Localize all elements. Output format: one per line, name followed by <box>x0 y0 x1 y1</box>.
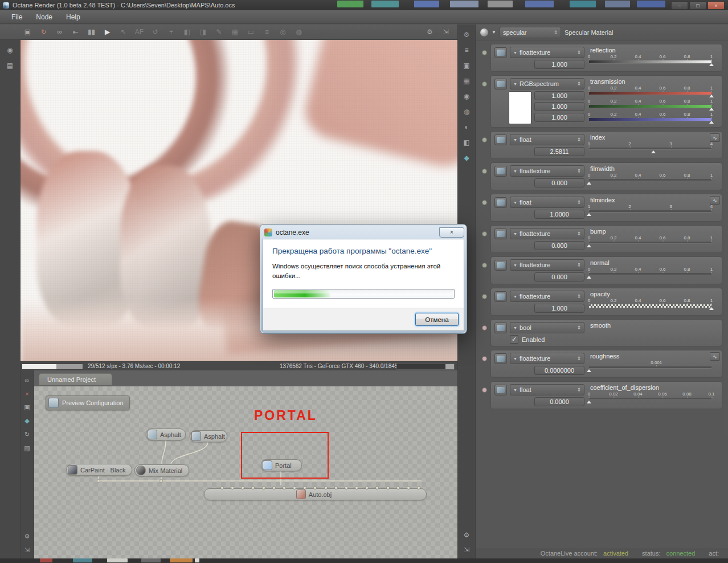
slider-index[interactable]: 1234 <box>589 141 711 154</box>
kernel-icon[interactable]: ◧ <box>461 137 473 148</box>
value-field[interactable]: 1.000 <box>534 91 584 100</box>
node-input-pin[interactable] <box>231 486 234 489</box>
floattexture-icon[interactable] <box>494 47 507 58</box>
floattexture-icon[interactable] <box>494 291 507 302</box>
node-graph-canvas[interactable]: Preview Configuration AsphaltAsphaltCarP… <box>34 386 457 558</box>
spinner-icon[interactable]: ⇕ <box>576 199 581 205</box>
value-field[interactable]: 1.000 <box>534 102 584 111</box>
node-input-pin[interactable] <box>407 486 410 489</box>
sample-icon[interactable]: ◍ <box>293 27 305 38</box>
graph-node-carpaint-black[interactable]: CarPaint - Black <box>66 464 132 476</box>
node-input-pin[interactable] <box>386 486 390 489</box>
type-dropdown-filmwidth[interactable]: ▼floattexture⇕ <box>510 165 584 177</box>
slider-handle[interactable] <box>709 307 714 310</box>
slider-reflection[interactable]: 00.20.40.60.81 <box>589 54 711 67</box>
preview-configuration-button[interactable]: Preview Configuration <box>46 395 130 410</box>
node-input-pin[interactable] <box>375 486 379 489</box>
node-input-pin[interactable] <box>324 486 328 489</box>
paint-left-icon[interactable]: ◧ <box>181 27 193 38</box>
type-dropdown-filmindex[interactable]: ▼float⇕ <box>510 197 584 208</box>
checker-icon[interactable]: ▦ <box>229 27 241 38</box>
value-field[interactable]: 0.0000000 <box>534 366 584 375</box>
af-icon[interactable]: AF <box>133 27 145 38</box>
slider-bump[interactable]: 00.20.40.60.81 <box>589 235 711 248</box>
value-field[interactable]: 0.000 <box>534 272 584 282</box>
value-field[interactable]: 0.0000 <box>534 397 584 406</box>
node-input-pin[interactable] <box>272 486 276 489</box>
wrench-icon[interactable]: ⚙ <box>424 27 436 38</box>
slider-filmwidth[interactable]: 00.20.40.60.81 <box>589 173 711 186</box>
spinner-icon[interactable]: ⇕ <box>576 50 581 55</box>
focus-icon[interactable]: ◎ <box>277 27 289 38</box>
paint-right-icon[interactable]: ◨ <box>197 27 209 38</box>
slider-transmission[interactable]: 00.20.40.60.81 <box>589 99 711 112</box>
save-render-icon[interactable]: ▣ <box>461 60 473 71</box>
spinner-icon[interactable]: ⇕ <box>576 262 581 268</box>
wrench-icon[interactable]: ⚙ <box>461 529 473 540</box>
type-dropdown-index[interactable]: ▼float⇕ <box>510 134 584 145</box>
type-dropdown-roughness[interactable]: ▼floattexture⇕ <box>510 353 584 364</box>
material-ball-icon[interactable]: ◆ <box>22 416 32 426</box>
menu-file[interactable]: File <box>5 11 29 23</box>
color-swatch[interactable] <box>509 91 531 124</box>
floattexture-icon[interactable] <box>494 260 507 271</box>
type-dropdown-coefficient_of_dispersion[interactable]: ▼float⇕ <box>510 384 584 395</box>
expand-panel-icon[interactable]: ⇲ <box>461 544 473 555</box>
minimize-button[interactable]: – <box>671 1 688 10</box>
response-curve-icon[interactable]: ∿ <box>710 352 720 361</box>
skip-to-start-icon[interactable]: ⇤ <box>69 27 81 38</box>
save-icon[interactable]: ▣ <box>22 27 34 38</box>
node-input-pin[interactable] <box>303 486 306 489</box>
layers-icon[interactable]: ≡ <box>261 27 273 38</box>
outliner-icon[interactable]: ≡ <box>461 44 473 55</box>
pause-icon[interactable]: ▮▮ <box>85 27 97 38</box>
node-input-pin[interactable] <box>283 486 286 489</box>
slider-roughness[interactable]: 0.001 <box>589 360 711 373</box>
slider-handle[interactable] <box>709 108 714 111</box>
spinner-icon[interactable]: ⇕ <box>576 293 581 299</box>
slider-handle[interactable] <box>587 401 591 403</box>
material-node-ball-icon[interactable] <box>480 28 488 36</box>
wrench-icon[interactable]: ⚙ <box>22 532 32 541</box>
float-icon[interactable] <box>494 134 507 145</box>
bool-icon[interactable] <box>494 323 507 333</box>
slider-handle[interactable] <box>651 150 656 153</box>
node-input-pin[interactable] <box>345 486 348 489</box>
spinner-icon[interactable]: ⇕ <box>576 231 581 236</box>
orbit-icon[interactable]: ↺ <box>149 27 161 38</box>
camera-icon[interactable]: ◉ <box>461 91 473 101</box>
graph-node-mix-material[interactable]: Mix Material <box>134 464 189 476</box>
environment-icon[interactable]: ◐ <box>461 121 473 132</box>
ramp-icon[interactable]: ▨ <box>22 443 32 453</box>
floattexture-icon[interactable] <box>494 229 507 239</box>
delete-node-icon[interactable]: × <box>22 389 32 398</box>
slider-normal[interactable]: 00.20.40.60.81 <box>589 267 711 280</box>
value-field[interactable]: 1.0000 <box>534 210 584 219</box>
spinner-icon[interactable]: ⇕ <box>576 137 581 142</box>
node-input-pin[interactable] <box>262 486 265 489</box>
floattexture-icon[interactable] <box>494 166 507 177</box>
link-render-target-icon[interactable]: ∞ <box>54 27 66 38</box>
value-field[interactable]: 0.000 <box>534 178 584 187</box>
value-field[interactable]: 1.000 <box>534 60 584 69</box>
filmstrip-icon[interactable]: ▤ <box>4 60 16 71</box>
type-dropdown-opacity[interactable]: ▼floattexture⇕ <box>510 291 584 302</box>
graph-node-auto-obj[interactable]: Auto.obj <box>204 488 427 500</box>
refresh-icon[interactable]: ↻ <box>22 430 32 439</box>
smooth-checkbox[interactable]: ✓ <box>510 335 518 344</box>
menu-help[interactable]: Help <box>59 11 87 23</box>
picker-icon[interactable]: ✎ <box>213 27 225 38</box>
tab-unnamed-project[interactable]: Unnamed Project <box>39 373 112 385</box>
spinner-icon[interactable]: ⇕ <box>576 356 581 361</box>
postprocess-icon[interactable]: ◍ <box>461 106 473 117</box>
response-curve-icon[interactable]: ∿ <box>710 133 720 142</box>
node-input-pin[interactable] <box>355 486 358 489</box>
response-curve-icon[interactable]: ∿ <box>710 196 720 205</box>
render-ball-icon[interactable]: ◉ <box>4 44 16 55</box>
RGBspectrum-icon[interactable] <box>494 79 507 89</box>
slider-handle[interactable] <box>709 121 714 124</box>
type-dropdown-smooth[interactable]: ▼bool⇕ <box>510 322 584 333</box>
dialog-close-button[interactable]: × <box>439 227 464 238</box>
node-input-pin[interactable] <box>313 486 317 489</box>
menu-node[interactable]: Node <box>29 11 59 23</box>
